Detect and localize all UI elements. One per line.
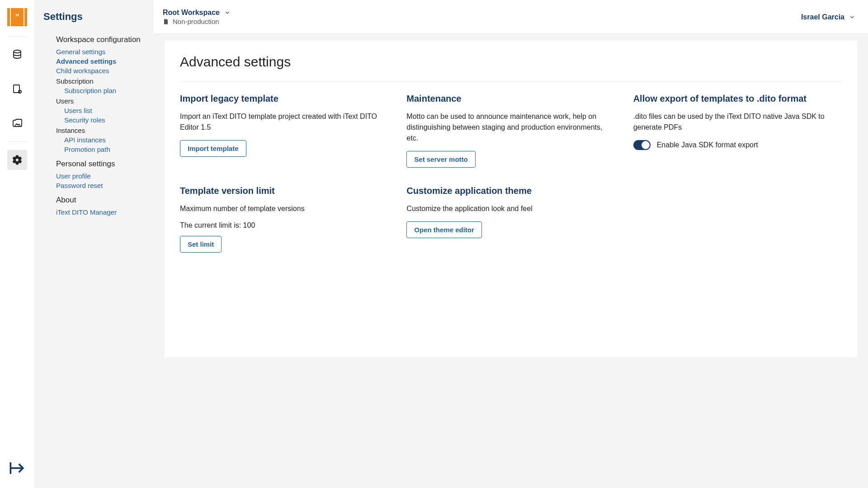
nav-link-users-list[interactable]: Users list xyxy=(64,107,145,114)
set-limit-button[interactable]: Set limit xyxy=(180,236,222,253)
nav-exit-icon[interactable] xyxy=(7,458,27,478)
svg-rect-1 xyxy=(24,8,27,26)
rail-divider xyxy=(7,36,27,37)
section-title: Maintenance xyxy=(406,94,615,104)
workspace-name: Root Workspace xyxy=(163,9,220,17)
section-customize-theme: Customize application theme Customize th… xyxy=(406,186,615,253)
settings-sidebar-title: Settings xyxy=(43,11,145,23)
svg-text:”: ” xyxy=(15,13,19,22)
section-description: Import an iText DITO template project cr… xyxy=(180,111,388,133)
section-description: Maximum number of template versions xyxy=(180,203,388,214)
toggle-label: Enable Java SDK format export xyxy=(657,141,758,149)
user-name: Israel Garcia xyxy=(801,13,844,21)
toggle-knob xyxy=(642,141,650,149)
section-description: Motto can be used to announce maintenanc… xyxy=(406,111,615,144)
nav-link-general-settings[interactable]: General settings xyxy=(56,48,145,56)
nav-link-about-item[interactable]: iText DITO Manager xyxy=(56,208,145,216)
document-icon xyxy=(163,19,169,25)
svg-rect-0 xyxy=(7,8,10,26)
version-limit-status: The current limit is: 100 xyxy=(180,221,388,230)
nav-heading-about: About xyxy=(56,196,145,205)
nav-link-child-workspaces[interactable]: Child workspaces xyxy=(56,67,145,75)
nav-subheading-subscription: Subscription xyxy=(56,77,145,85)
icon-rail: ” xyxy=(0,0,34,488)
nav-link-promotion-path[interactable]: Promotion path xyxy=(64,145,145,153)
section-version-limit: Template version limit Maximum number of… xyxy=(180,186,388,253)
import-template-button[interactable]: Import template xyxy=(180,140,246,157)
content-card: Advanced settings Import legacy template… xyxy=(165,41,857,357)
section-title: Template version limit xyxy=(180,186,388,196)
set-server-motto-button[interactable]: Set server motto xyxy=(406,151,475,168)
enable-export-toggle[interactable] xyxy=(633,140,651,150)
section-description: .dito files can be used by the iText DIT… xyxy=(633,111,842,133)
nav-heading-personal-settings: Personal settings xyxy=(56,160,145,169)
nav-subheading-instances: Instances xyxy=(56,127,145,134)
environment-label: Non-production xyxy=(173,18,219,25)
nav-database-icon[interactable] xyxy=(7,45,27,65)
nav-heading-workspace-config: Workspace configuration xyxy=(56,35,145,44)
page-title: Advanced settings xyxy=(180,54,842,82)
section-title: Allow export of templates to .dito forma… xyxy=(633,94,842,104)
nav-settings-icon[interactable] xyxy=(7,150,27,170)
rail-divider xyxy=(7,141,27,142)
open-theme-editor-button[interactable]: Open theme editor xyxy=(406,221,482,238)
section-description: Customize the application look and feel xyxy=(406,203,615,214)
svg-point-4 xyxy=(14,50,21,53)
nav-link-user-profile[interactable]: User profile xyxy=(56,172,145,180)
section-import-legacy: Import legacy template Import an iText D… xyxy=(180,94,388,168)
nav-link-advanced-settings[interactable]: Advanced settings xyxy=(56,57,145,65)
nav-images-icon[interactable] xyxy=(7,113,27,133)
nav-link-password-reset[interactable]: Password reset xyxy=(56,182,145,189)
section-title: Customize application theme xyxy=(406,186,615,196)
environment-indicator: Non-production xyxy=(163,18,231,25)
nav-link-subscription-plan[interactable]: Subscription plan xyxy=(64,87,145,94)
chevron-down-icon xyxy=(224,9,231,16)
nav-device-settings-icon[interactable] xyxy=(7,79,27,99)
section-title: Import legacy template xyxy=(180,94,388,104)
nav-link-api-instances[interactable]: API instances xyxy=(64,136,145,144)
section-maintenance: Maintenance Motto can be used to announc… xyxy=(406,94,615,168)
settings-sidebar: Settings Workspace configuration General… xyxy=(34,0,154,488)
section-allow-export: Allow export of templates to .dito forma… xyxy=(633,94,842,168)
main-area: Root Workspace Non-production Israel Gar… xyxy=(154,0,868,488)
section-empty xyxy=(633,186,842,253)
user-menu[interactable]: Israel Garcia xyxy=(801,13,855,21)
nav-subheading-users: Users xyxy=(56,97,145,105)
nav-link-security-roles[interactable]: Security roles xyxy=(64,116,145,124)
chevron-down-icon xyxy=(849,14,855,20)
workspace-dropdown[interactable]: Root Workspace xyxy=(163,9,231,17)
topbar: Root Workspace Non-production Israel Gar… xyxy=(154,0,868,34)
app-logo[interactable]: ” xyxy=(7,7,27,27)
